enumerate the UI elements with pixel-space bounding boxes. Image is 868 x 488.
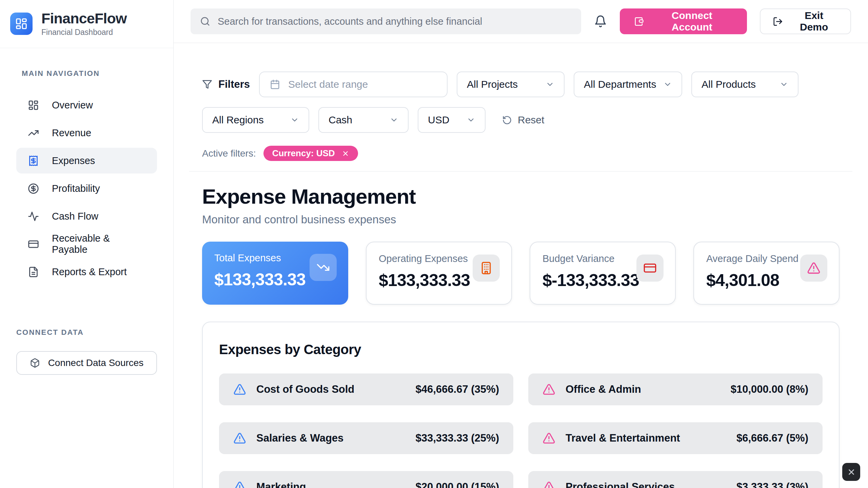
- file-text-icon: [28, 266, 39, 278]
- currency-select-value: USD: [428, 114, 449, 126]
- category-row-marketing[interactable]: Marketing $20,000.00 (15%): [219, 471, 513, 488]
- notifications-button[interactable]: [594, 15, 607, 28]
- filters-block: Filters Select date range All Projects A…: [202, 72, 840, 161]
- app-root: FinanceFlow Financial Dashboard MAIN NAV…: [0, 0, 868, 488]
- close-overlay-button[interactable]: [842, 463, 860, 481]
- category-row-cost-of-goods-sold[interactable]: Cost of Goods Sold $46,666.67 (35%): [219, 373, 513, 405]
- sidebar-item-label: Expenses: [52, 155, 95, 166]
- category-label: Travel & Entertainment: [566, 432, 680, 444]
- stat-icon-box: [800, 255, 827, 282]
- connect-data-sources-button[interactable]: Connect Data Sources: [16, 351, 157, 375]
- alert-triangle-icon: [807, 261, 821, 275]
- products-select[interactable]: All Products: [691, 72, 798, 97]
- active-filters-row: Active filters: Currency: USD: [202, 146, 840, 161]
- page-title: Expense Management: [202, 184, 840, 208]
- funnel-icon: [202, 79, 212, 89]
- currency-select[interactable]: USD: [418, 107, 486, 133]
- sidebar-item-label: Overview: [52, 100, 93, 111]
- box-icon: [30, 358, 40, 368]
- wallet-icon: [634, 16, 644, 27]
- stat-card-operating-expenses[interactable]: Operating Expenses $133,333.33: [366, 242, 512, 305]
- regions-select-value: All Regions: [212, 114, 264, 126]
- trending-up-icon: [28, 127, 39, 139]
- exit-demo-button[interactable]: Exit Demo: [760, 8, 851, 34]
- active-filter-chip-currency[interactable]: Currency: USD: [263, 146, 358, 161]
- filters-label: Filters: [218, 78, 250, 90]
- page-header: Expense Management Monitor and control b…: [202, 184, 840, 226]
- category-value: $46,666.67 (35%): [416, 383, 499, 395]
- departments-select[interactable]: All Departments: [574, 72, 682, 97]
- sidebar-item-cash-flow[interactable]: Cash Flow: [16, 203, 157, 229]
- layout-dashboard-icon: [15, 17, 28, 30]
- expenses-by-category-card: Expenses by Category Cost of Goods Sold …: [202, 322, 840, 488]
- connect-account-button[interactable]: Connect Account: [620, 8, 747, 34]
- calendar-icon: [270, 79, 280, 89]
- app-subtitle: Financial Dashboard: [41, 28, 127, 37]
- category-label: Cost of Goods Sold: [256, 383, 354, 395]
- category-row-travel-entertainment[interactable]: Travel & Entertainment $6,666.67 (5%): [528, 422, 823, 454]
- date-range-input[interactable]: Select date range: [259, 72, 448, 97]
- sidebar-item-profitability[interactable]: Profitability: [16, 176, 157, 201]
- close-icon: [847, 468, 856, 476]
- page-subtitle: Monitor and control business expenses: [202, 213, 840, 226]
- filter-row-2: All Regions Cash USD Reset: [202, 107, 840, 133]
- alert-triangle-icon: [233, 481, 246, 488]
- filter-row-1: Filters Select date range All Projects A…: [202, 72, 840, 97]
- chevron-down-icon: [546, 80, 554, 89]
- sidebar: FinanceFlow Financial Dashboard MAIN NAV…: [0, 0, 174, 488]
- regions-select[interactable]: All Regions: [202, 107, 309, 133]
- chevron-down-icon: [467, 116, 475, 124]
- category-row-office-admin[interactable]: Office & Admin $10,000.00 (8%): [528, 373, 823, 405]
- section-divider: [189, 171, 852, 171]
- category-value: $20,000.00 (15%): [416, 481, 499, 488]
- layout-dashboard-icon: [28, 100, 39, 111]
- connect-account-label: Connect Account: [651, 10, 733, 33]
- trending-down-icon: [316, 261, 330, 274]
- category-label: Professional Services: [566, 481, 675, 488]
- stat-card-budget-variance[interactable]: Budget Variance $-133,333.33: [530, 242, 676, 305]
- stat-icon-box: [473, 255, 500, 282]
- logout-icon: [773, 16, 783, 27]
- sidebar-item-label: Revenue: [52, 127, 91, 139]
- category-row-salaries-wages[interactable]: Salaries & Wages $33,333.33 (25%): [219, 422, 513, 454]
- category-value: $10,000.00 (8%): [731, 383, 808, 395]
- active-filters-label: Active filters:: [202, 148, 256, 159]
- sidebar-item-revenue[interactable]: Revenue: [16, 120, 157, 146]
- sidebar-item-label: Cash Flow: [52, 211, 98, 222]
- payment-method-select[interactable]: Cash: [318, 107, 409, 133]
- products-select-value: All Products: [702, 79, 756, 90]
- reset-label: Reset: [518, 114, 544, 126]
- chip-label: Currency: USD: [272, 148, 335, 159]
- close-icon[interactable]: [342, 150, 349, 157]
- projects-select[interactable]: All Projects: [457, 72, 565, 97]
- stat-icon-box: [310, 254, 337, 281]
- nav-section-label: MAIN NAVIGATION: [22, 69, 157, 78]
- alert-triangle-icon: [542, 481, 555, 488]
- stat-card-total-expenses[interactable]: Total Expenses $133,333.33: [202, 242, 348, 305]
- category-label: Marketing: [256, 481, 306, 488]
- payment-method-select-value: Cash: [329, 114, 352, 126]
- stat-card-average-daily-spend[interactable]: Average Daily Spend $4,301.08: [693, 242, 840, 305]
- sidebar-item-reports-export[interactable]: Reports & Export: [16, 259, 157, 285]
- connect-section-label: CONNECT DATA: [16, 328, 157, 337]
- sidebar-item-receivable-payable[interactable]: Receivable & Payable: [16, 231, 157, 257]
- chevron-down-icon: [390, 116, 398, 124]
- building-icon: [479, 261, 493, 275]
- departments-select-value: All Departments: [584, 79, 656, 90]
- category-row-professional-services[interactable]: Professional Services $3,333.33 (3%): [528, 471, 823, 488]
- search-box: [191, 8, 581, 34]
- reset-filters-button[interactable]: Reset: [502, 114, 544, 126]
- alert-triangle-icon: [233, 383, 246, 396]
- stat-icon-box: [636, 255, 664, 282]
- category-label: Office & Admin: [566, 383, 641, 395]
- sidebar-item-expenses[interactable]: Expenses: [16, 148, 157, 174]
- brand-text: FinanceFlow Financial Dashboard: [41, 10, 127, 37]
- alert-triangle-icon: [233, 432, 246, 445]
- projects-select-value: All Projects: [467, 79, 518, 90]
- chevron-down-icon: [663, 80, 672, 89]
- main-navigation: MAIN NAVIGATION Overview Revenue Expense…: [0, 48, 173, 285]
- sidebar-item-label: Reports & Export: [52, 266, 127, 278]
- search-input[interactable]: [218, 16, 572, 27]
- sidebar-item-overview[interactable]: Overview: [16, 92, 157, 118]
- category-value: $3,333.33 (3%): [736, 481, 808, 488]
